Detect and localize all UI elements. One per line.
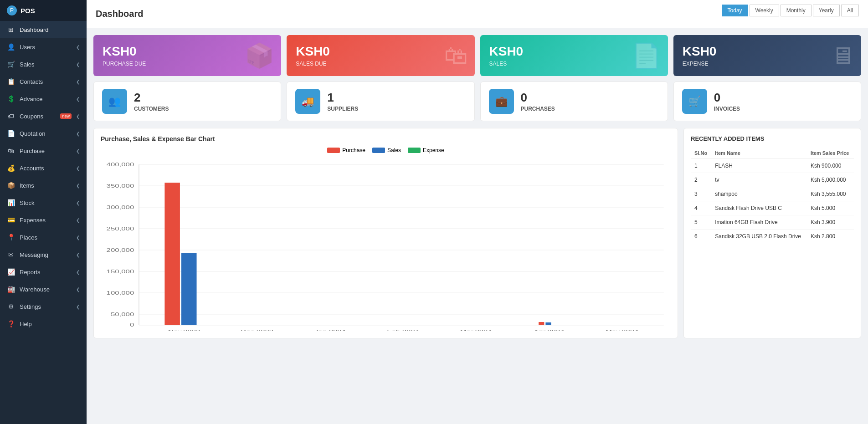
sidebar-item-accounts[interactable]: 💰 Accounts ❮ <box>0 159 87 177</box>
bar-nov-sales <box>181 253 197 325</box>
expenses-icon: 💳 <box>7 216 15 224</box>
cell-price: Ksh 3.900 <box>807 215 854 230</box>
sidebar-item-expenses[interactable]: 💳 Expenses ❮ <box>0 211 87 229</box>
svg-text:350,000: 350,000 <box>107 183 134 189</box>
sidebar-item-label: Settings <box>20 303 72 310</box>
sidebar-item-items[interactable]: 📦 Items ❮ <box>0 177 87 194</box>
filter-yearly[interactable]: Yearly <box>813 5 840 16</box>
stat-cards-row: KSH0 PURCHASE DUE 📦 KSH0 SALES DUE 🛍 KSH… <box>93 35 861 76</box>
sidebar-item-places[interactable]: 📍 Places ❮ <box>0 229 87 246</box>
customers-icon: 👥 <box>102 89 127 114</box>
svg-text:Apr,2024: Apr,2024 <box>534 329 564 331</box>
chevron-icon: ❮ <box>76 270 80 275</box>
content-area: KSH0 PURCHASE DUE 📦 KSH0 SALES DUE 🛍 KSH… <box>87 28 868 424</box>
messaging-icon: ✉ <box>7 250 15 259</box>
bar-nov-purchase <box>164 183 180 325</box>
help-icon: ❓ <box>7 320 15 328</box>
stock-icon: 📊 <box>7 199 15 207</box>
sales-due-label: SALES DUE <box>296 61 330 67</box>
main-content: Dashboard Today Weekly Monthly Yearly Al… <box>87 0 868 424</box>
chevron-icon: ❮ <box>76 62 80 67</box>
sales-legend-label: Sales <box>387 147 401 153</box>
sidebar-item-warehouse[interactable]: 🏭 Warehouse ❮ <box>0 281 87 298</box>
sidebar-item-advance[interactable]: 💲 Advance ❮ <box>0 90 87 107</box>
sales-icon: 📄 <box>632 42 661 70</box>
chevron-icon: ❮ <box>76 148 80 153</box>
col-slno: Sl.No <box>691 148 711 159</box>
items-icon: 📦 <box>7 181 15 189</box>
purchase-due-label: PURCHASE DUE <box>103 61 146 67</box>
suppliers-label: SUPPLIERS <box>327 106 358 112</box>
chevron-icon: ❮ <box>76 183 80 188</box>
customers-label: CUSTOMERS <box>134 106 169 112</box>
sidebar-item-label: Items <box>20 182 72 189</box>
filter-today[interactable]: Today <box>722 5 748 16</box>
chevron-icon: ❮ <box>76 252 80 257</box>
places-icon: 📍 <box>7 233 15 241</box>
sidebar-item-label: Quotation <box>20 130 72 137</box>
sidebar-item-label: Users <box>20 44 72 51</box>
expense-legend-label: Expense <box>423 147 444 153</box>
warehouse-icon: 🏭 <box>7 285 15 293</box>
info-card-suppliers: 🚚 1 SUPPLIERS <box>287 82 474 121</box>
cell-sl: 3 <box>691 187 711 201</box>
chevron-icon: ❮ <box>76 218 80 223</box>
sidebar-item-label: Accounts <box>20 165 72 172</box>
purchase-due-icon: 📦 <box>245 42 274 70</box>
chevron-icon: ❮ <box>76 114 80 119</box>
accounts-icon: 💰 <box>7 164 15 172</box>
sales-legend-dot <box>372 148 385 153</box>
quotation-icon: 📄 <box>7 129 15 138</box>
legend-expense: Expense <box>408 147 444 153</box>
cell-sl: 1 <box>691 159 711 173</box>
users-icon: 👤 <box>7 43 15 51</box>
sidebar-item-label: Warehouse <box>20 286 72 293</box>
col-price: Item Sales Price <box>807 148 854 159</box>
expense-icon: 🖥 <box>831 42 854 69</box>
items-table: Sl.No Item Name Item Sales Price 1 FLASH… <box>691 148 854 243</box>
sidebar-item-users[interactable]: 👤 Users ❮ <box>0 38 87 56</box>
sales-due-icon: 🛍 <box>444 42 468 69</box>
sidebar-item-label: Sales <box>20 61 72 68</box>
cell-name: FLASH <box>711 159 807 173</box>
invoices-count: 0 <box>714 91 740 105</box>
filter-weekly[interactable]: Weekly <box>750 5 779 16</box>
table-row: 4 Sandisk Flash Drive USB C Ksh 5.000 <box>691 201 854 215</box>
sidebar-item-quotation[interactable]: 📄 Quotation ❮ <box>0 125 87 142</box>
cell-sl: 2 <box>691 173 711 187</box>
sidebar-item-help[interactable]: ❓ Help <box>0 315 87 332</box>
cell-name: shampoo <box>711 187 807 201</box>
filter-all[interactable]: All <box>841 5 859 16</box>
table-row: 3 shampoo Ksh 3,555.000 <box>691 187 854 201</box>
sidebar-item-reports[interactable]: 📈 Reports ❮ <box>0 263 87 281</box>
sidebar-item-label: Places <box>20 234 72 241</box>
cell-name: Sandisk 32GB USB 2.0 Flash Drive <box>711 230 807 244</box>
sidebar-item-messaging[interactable]: ✉ Messaging ❮ <box>0 246 87 263</box>
bar-chart: 400,000 350,000 300,000 250,000 200,000 … <box>101 158 671 331</box>
sidebar-item-dashboard[interactable]: ⊞ Dashboard <box>0 21 87 38</box>
purchase-legend-dot <box>327 148 340 153</box>
sidebar-item-contacts[interactable]: 📋 Contacts ❮ <box>0 73 87 90</box>
sidebar-item-settings[interactable]: ⚙ Settings ❮ <box>0 298 87 315</box>
sidebar-item-stock[interactable]: 📊 Stock ❮ <box>0 194 87 211</box>
sidebar-item-sales[interactable]: 🛒 Sales ❮ <box>0 56 87 73</box>
customers-count: 2 <box>134 91 169 105</box>
sales-icon: 🛒 <box>7 60 15 68</box>
cell-name: Sandisk Flash Drive USB C <box>711 201 807 215</box>
sidebar-item-label: Advance <box>20 96 72 102</box>
info-card-invoices: 🛒 0 INVOICES <box>673 82 861 121</box>
svg-text:150,000: 150,000 <box>107 269 134 274</box>
filter-monthly[interactable]: Monthly <box>781 5 812 16</box>
legend-purchase: Purchase <box>327 147 365 153</box>
sidebar: P POS ⊞ Dashboard 👤 Users ❮ 🛒 Sales ❮ 📋 … <box>0 0 87 424</box>
chevron-icon: ❮ <box>76 97 80 102</box>
cell-price: Ksh 5,000.000 <box>807 173 854 187</box>
svg-text:Nov,2023: Nov,2023 <box>168 329 200 331</box>
cell-price: Ksh 2.800 <box>807 230 854 244</box>
dashboard-icon: ⊞ <box>7 26 15 34</box>
chevron-icon: ❮ <box>76 304 80 309</box>
cell-sl: 5 <box>691 215 711 230</box>
sidebar-item-label: Contacts <box>20 78 72 85</box>
sidebar-item-coupons[interactable]: 🏷 Coupons new ❮ <box>0 107 87 125</box>
sidebar-item-purchase[interactable]: 🛍 Purchase ❮ <box>0 142 87 159</box>
